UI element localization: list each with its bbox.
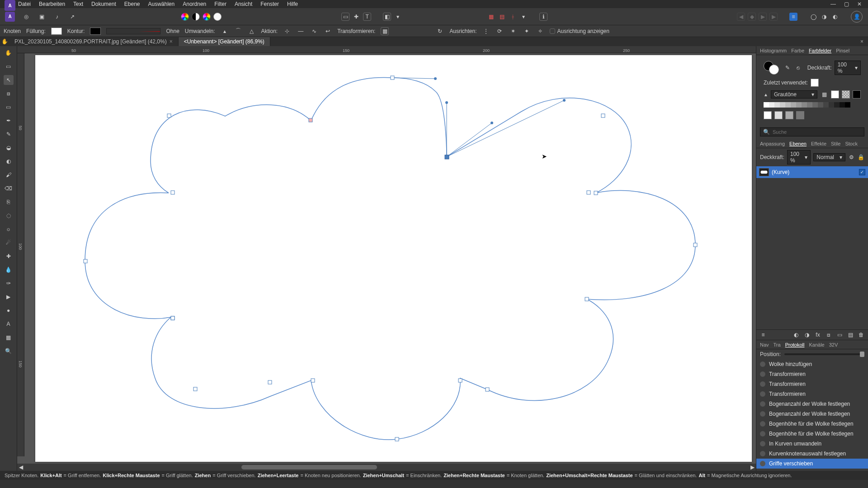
search-field[interactable]: 🔍 — [760, 127, 864, 136]
search-input[interactable] — [773, 129, 861, 135]
boolean-subtract-icon[interactable]: ◑ — [820, 13, 828, 21]
adjust-icon[interactable]: ◑ — [803, 331, 811, 339]
gray-swatch[interactable] — [812, 102, 818, 108]
canvas-page[interactable]: ➤ — [35, 55, 752, 462]
gray-swatch[interactable] — [829, 102, 834, 108]
history-item[interactable]: Kurvenknotenauswahl festlegen — [756, 449, 868, 459]
history-item[interactable]: Bogenanzahl der Wolke festlegen — [756, 399, 868, 409]
document-tab-0[interactable]: PXL_20230105_140800269.PORTRAIT.jpg [Geä… — [9, 37, 179, 46]
tab-effekte[interactable]: Effekte — [811, 141, 826, 146]
window-close[interactable]: ✕ — [857, 1, 862, 7]
align-nodes-3-icon[interactable]: ✶ — [509, 27, 517, 35]
guide-red-icon[interactable]: ▤ — [498, 13, 506, 21]
action-break-icon[interactable]: ⊹ — [283, 27, 291, 35]
grayscale-icon[interactable] — [192, 13, 200, 21]
align-nodes-1-icon[interactable]: ⋮ — [482, 27, 490, 35]
history-item[interactable]: Bogenhöhe für die Wolke festlegen — [756, 429, 868, 439]
gray-swatch[interactable] — [785, 102, 791, 108]
delete-layer-icon[interactable]: 🗑 — [857, 331, 865, 339]
blendmode-selector[interactable]: Normal▾ — [813, 153, 845, 161]
color-picker-icon[interactable]: ⎋ — [794, 64, 802, 72]
gray-swatch[interactable] — [796, 102, 802, 108]
lock-icon[interactable]: 🔒 — [858, 153, 864, 161]
zoom-tool[interactable]: 🔍 — [4, 346, 14, 356]
no-color-icon[interactable] — [213, 13, 222, 21]
tab-anpassung[interactable]: Anpassung — [760, 141, 785, 146]
history-item[interactable]: Transformieren — [756, 389, 868, 399]
gradient-tool[interactable]: ◐ — [4, 156, 14, 166]
gray-swatch[interactable] — [769, 102, 774, 108]
gray-swatch[interactable] — [780, 102, 785, 108]
menu-auswaehlen[interactable]: Auswählen — [148, 1, 175, 7]
gray-swatch[interactable] — [840, 102, 845, 108]
window-minimize[interactable]: — — [830, 1, 836, 7]
gray-swatch[interactable] — [823, 102, 829, 108]
snap-red-icon[interactable]: ⟊ — [509, 13, 517, 21]
clone-tool[interactable]: ⎘ — [4, 197, 14, 207]
mask-icon[interactable]: ◐ — [792, 331, 800, 339]
eyedropper-tool[interactable]: 💧 — [4, 265, 14, 275]
boolean-add-icon[interactable]: ◯ — [809, 13, 817, 21]
tab-kanaele[interactable]: Kanäle — [809, 342, 824, 347]
history-item[interactable]: Wolke hinzufügen — [756, 359, 868, 369]
mesh-tool[interactable]: ▦ — [4, 333, 14, 343]
swatch-white[interactable] — [764, 111, 772, 119]
convert-sharp-icon[interactable]: ▴ — [221, 27, 229, 35]
tab-farbe[interactable]: Farbe — [791, 48, 804, 53]
tab-histogramm[interactable]: Histogramm — [760, 48, 787, 53]
healing-tool[interactable]: ✚ — [4, 251, 14, 261]
tone-persona-icon[interactable]: ♪ — [51, 10, 63, 23]
fill-tool[interactable]: ◒ — [4, 143, 14, 153]
selection-add-icon[interactable]: ✚ — [352, 13, 360, 21]
menu-ansicht[interactable]: Ansicht — [235, 1, 252, 7]
opacity-field[interactable]: 100 % ▾ — [835, 61, 861, 75]
gray-swatch[interactable] — [764, 102, 769, 108]
tab-tra[interactable]: Tra — [774, 342, 781, 347]
account-icon[interactable]: 👤 — [851, 11, 863, 23]
layers-menu-icon[interactable]: ≡ — [759, 331, 767, 339]
eyedropper-icon[interactable]: ✎ — [783, 64, 791, 72]
history-item[interactable]: In Kurven umwandeln — [756, 439, 868, 449]
history-item[interactable]: Bogenhöhe für die Wolke festlegen — [756, 419, 868, 429]
palette-swatch-black[interactable] — [853, 90, 861, 99]
tab-stile[interactable]: Stile — [831, 141, 840, 146]
swatch-gray2[interactable] — [785, 111, 793, 119]
node-tool[interactable]: ↖ — [4, 75, 14, 85]
history-slider[interactable] — [784, 353, 864, 355]
move-tool[interactable]: ▭ — [4, 61, 14, 71]
tab-nav[interactable]: Nav — [760, 342, 769, 347]
swatch-gray3[interactable] — [796, 111, 804, 119]
foreground-background-swatch[interactable] — [764, 61, 781, 75]
align-button[interactable]: ≡ — [789, 13, 797, 21]
align-nodes-4-icon[interactable]: ✦ — [523, 27, 531, 35]
pencil-tool[interactable]: ✎ — [4, 129, 14, 139]
vector-tool[interactable]: ✑ — [4, 278, 14, 288]
tab-ebenen[interactable]: Ebenen — [789, 141, 807, 146]
history-item[interactable]: Transformieren — [756, 379, 868, 389]
action-smooth-icon[interactable]: ∿ — [310, 27, 318, 35]
rgb-wheel-icon[interactable] — [181, 13, 189, 21]
eraser-tool[interactable]: ⌫ — [4, 183, 14, 193]
menu-hilfe[interactable]: Hilfe — [287, 1, 298, 7]
cycle-selection-icon[interactable]: ↻ — [436, 27, 444, 35]
palette-selector[interactable]: Grautöne▾ — [771, 90, 817, 99]
tab-pinsel[interactable]: Pinsel — [836, 48, 849, 53]
tab-close-active[interactable]: × — [860, 38, 868, 45]
grid-red-icon[interactable]: ▦ — [487, 13, 495, 21]
gray-swatch[interactable] — [807, 102, 812, 108]
transform-mode-icon[interactable]: ▦ — [381, 27, 389, 35]
dropdown-caret-icon[interactable]: ▾ — [394, 13, 402, 21]
group-icon[interactable]: ▭ — [835, 331, 844, 339]
layers-opacity-field[interactable]: 100 % ▾ — [787, 150, 811, 164]
photo-persona-icon[interactable]: A — [4, 10, 16, 23]
smudge-tool[interactable]: ☄ — [4, 238, 14, 248]
menu-datei[interactable]: Datei — [18, 1, 31, 7]
menu-dokument[interactable]: Dokument — [91, 1, 116, 7]
hand-tool-icon[interactable]: ✋ — [0, 37, 9, 46]
layer-visibility-checkbox[interactable]: ✓ — [859, 169, 865, 175]
menu-ebene[interactable]: Ebene — [124, 1, 140, 7]
tab-stock[interactable]: Stock — [845, 141, 858, 146]
hand-tool[interactable]: ✋ — [4, 48, 14, 58]
dodge-tool[interactable]: ☼ — [4, 224, 14, 234]
align-nodes-5-icon[interactable]: ✧ — [536, 27, 544, 35]
